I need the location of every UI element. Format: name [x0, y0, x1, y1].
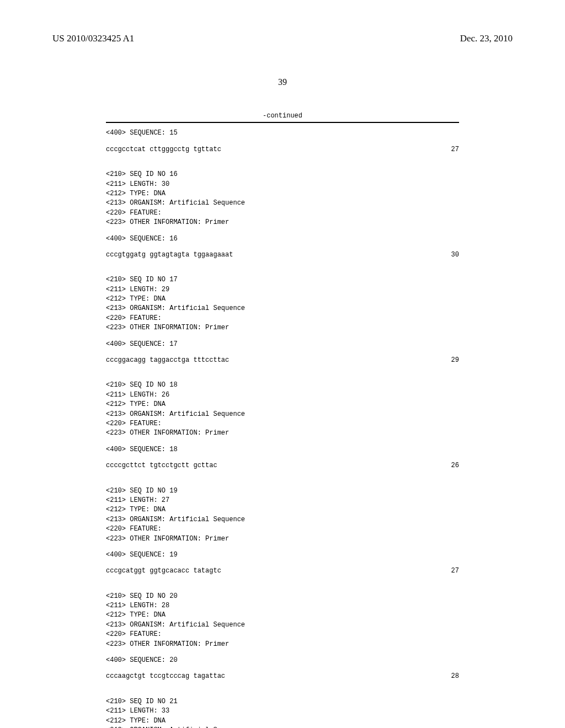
- sequence-text: cccgcctcat cttgggcctg tgttatc: [106, 145, 221, 154]
- sequence-entry: <210> SEQ ID NO 19<211> LENGTH: 27<212> …: [106, 486, 459, 576]
- sequence-listing: -continued <400> SEQUENCE: 15cccgcctcat …: [106, 111, 459, 728]
- sequence-entry: <210> SEQ ID NO 17<211> LENGTH: 29<212> …: [106, 275, 459, 365]
- sequence-header: <400> SEQUENCE: 20: [106, 656, 459, 665]
- metadata-line: <220> FEATURE:: [106, 208, 459, 218]
- metadata-line: <213> ORGANISM: Artificial Sequence: [106, 304, 459, 313]
- metadata-line: <212> TYPE: DNA: [106, 295, 459, 304]
- metadata-line: <211> LENGTH: 26: [106, 390, 459, 400]
- publication-date: Dec. 23, 2010: [460, 33, 513, 44]
- metadata-line: <211> LENGTH: 33: [106, 706, 459, 716]
- metadata-line: <213> ORGANISM: Artificial Sequence: [106, 410, 459, 419]
- sequence-entry: <210> SEQ ID NO 18<211> LENGTH: 26<212> …: [106, 381, 459, 470]
- sequence-metadata: <210> SEQ ID NO 16<211> LENGTH: 30<212> …: [106, 170, 459, 227]
- sequence-entry: <400> SEQUENCE: 15cccgcctcat cttgggcctg …: [106, 129, 459, 154]
- metadata-line: <220> FEATURE:: [106, 419, 459, 429]
- sequence-entry: <210> SEQ ID NO 16<211> LENGTH: 30<212> …: [106, 170, 459, 260]
- sequence-text: ccccgcttct tgtcctgctt gcttac: [106, 461, 217, 470]
- page-number: 39: [52, 77, 513, 87]
- metadata-line: <220> FEATURE:: [106, 314, 459, 323]
- metadata-line: <210> SEQ ID NO 17: [106, 275, 459, 285]
- sequence-entry: <210> SEQ ID NO 20<211> LENGTH: 28<212> …: [106, 592, 459, 682]
- sequence-length: 28: [451, 672, 459, 681]
- sequence-text: cccgtggatg ggtagtagta tggaagaaat: [106, 250, 233, 260]
- metadata-line: <212> TYPE: DNA: [106, 400, 459, 409]
- sequence-line: cccgtggatg ggtagtagta tggaagaaat30: [106, 250, 459, 260]
- sequence-header: <400> SEQUENCE: 17: [106, 340, 459, 349]
- sequence-text: cccggacagg taggacctga tttccttac: [106, 356, 229, 365]
- metadata-line: <212> TYPE: DNA: [106, 611, 459, 620]
- metadata-line: <213> ORGANISM: Artificial Sequence: [106, 515, 459, 524]
- metadata-line: <211> LENGTH: 30: [106, 180, 459, 189]
- sequence-length: 30: [451, 250, 459, 260]
- page-header: US 2010/0323425 A1 Dec. 23, 2010: [52, 33, 513, 44]
- metadata-line: <210> SEQ ID NO 19: [106, 486, 459, 496]
- metadata-line: <223> OTHER INFORMATION: Primer: [106, 534, 459, 544]
- sequence-metadata: <210> SEQ ID NO 20<211> LENGTH: 28<212> …: [106, 592, 459, 649]
- sequence-metadata: <210> SEQ ID NO 21<211> LENGTH: 33<212> …: [106, 697, 459, 728]
- metadata-line: <211> LENGTH: 27: [106, 496, 459, 505]
- publication-number: US 2010/0323425 A1: [52, 33, 134, 44]
- metadata-line: <212> TYPE: DNA: [106, 505, 459, 515]
- sequence-header: <400> SEQUENCE: 18: [106, 445, 459, 454]
- sequence-line: cccaagctgt tccgtcccag tagattac28: [106, 672, 459, 681]
- metadata-line: <220> FEATURE:: [106, 524, 459, 534]
- sequence-line: cccgcatggt ggtgcacacc tatagtc27: [106, 566, 459, 576]
- sequence-text: cccgcatggt ggtgcacacc tatagtc: [106, 566, 221, 576]
- sequence-length: 27: [451, 566, 459, 576]
- sequence-line: ccccgcttct tgtcctgctt gcttac26: [106, 461, 459, 470]
- metadata-line: <211> LENGTH: 28: [106, 601, 459, 611]
- sequence-header: <400> SEQUENCE: 16: [106, 234, 459, 244]
- continued-label: -continued: [106, 111, 459, 121]
- sequence-metadata: <210> SEQ ID NO 17<211> LENGTH: 29<212> …: [106, 275, 459, 333]
- metadata-line: <212> TYPE: DNA: [106, 189, 459, 199]
- metadata-line: <210> SEQ ID NO 20: [106, 592, 459, 601]
- metadata-line: <223> OTHER INFORMATION: Primer: [106, 218, 459, 227]
- sequence-metadata: <210> SEQ ID NO 19<211> LENGTH: 27<212> …: [106, 486, 459, 544]
- sequence-length: 29: [451, 356, 459, 365]
- sequence-entry: <210> SEQ ID NO 21<211> LENGTH: 33<212> …: [106, 697, 459, 728]
- metadata-line: <223> OTHER INFORMATION: Primer: [106, 640, 459, 649]
- sequence-header: <400> SEQUENCE: 15: [106, 129, 459, 138]
- sequence-length: 26: [451, 461, 459, 470]
- metadata-line: <220> FEATURE:: [106, 630, 459, 639]
- metadata-line: <210> SEQ ID NO 18: [106, 381, 459, 390]
- metadata-line: <213> ORGANISM: Artificial Sequence: [106, 726, 459, 728]
- sequence-line: cccgcctcat cttgggcctg tgttatc27: [106, 145, 459, 154]
- metadata-line: <210> SEQ ID NO 21: [106, 697, 459, 706]
- metadata-line: <223> OTHER INFORMATION: Primer: [106, 429, 459, 438]
- sequence-text: cccaagctgt tccgtcccag tagattac: [106, 672, 225, 681]
- metadata-line: <223> OTHER INFORMATION: Primer: [106, 323, 459, 333]
- separator-line: [106, 122, 459, 123]
- metadata-line: <213> ORGANISM: Artificial Sequence: [106, 199, 459, 208]
- sequence-line: cccggacagg taggacctga tttccttac29: [106, 356, 459, 365]
- metadata-line: <211> LENGTH: 29: [106, 285, 459, 295]
- sequence-header: <400> SEQUENCE: 19: [106, 550, 459, 560]
- metadata-line: <210> SEQ ID NO 16: [106, 170, 459, 179]
- metadata-line: <212> TYPE: DNA: [106, 716, 459, 726]
- metadata-line: <213> ORGANISM: Artificial Sequence: [106, 620, 459, 630]
- sequence-metadata: <210> SEQ ID NO 18<211> LENGTH: 26<212> …: [106, 381, 459, 438]
- sequence-length: 27: [451, 145, 459, 154]
